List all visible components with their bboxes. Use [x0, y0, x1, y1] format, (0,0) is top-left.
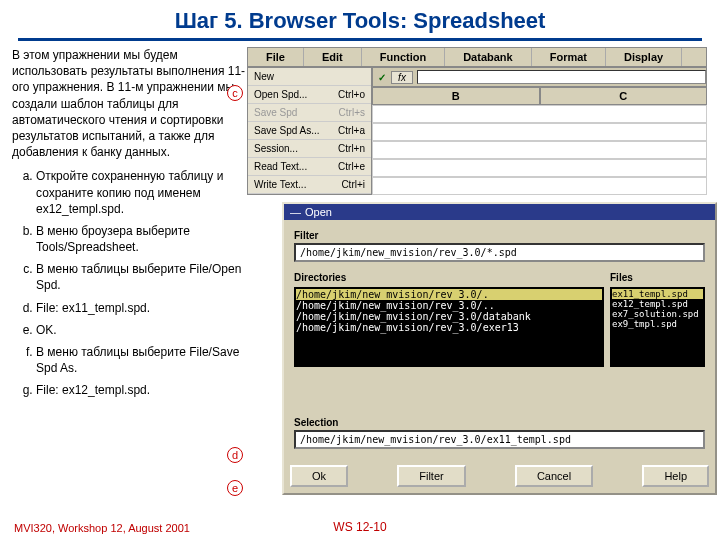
formula-input[interactable]	[417, 70, 706, 84]
dir-item[interactable]: /home/jkim/new_mvision/rev_3.0/..	[296, 300, 602, 311]
file-item[interactable]: ex11_templ.spd	[612, 289, 703, 299]
cancel-button[interactable]: Cancel	[515, 465, 593, 487]
file-item[interactable]: ex7_solution.spd	[612, 309, 703, 319]
callout-c: c	[227, 85, 243, 101]
fm-read[interactable]: Read Text...Ctrl+e	[248, 158, 371, 176]
files-label: Files	[610, 272, 705, 283]
dir-item[interactable]: /home/jkim/new_mvision/rev_3.0/.	[296, 289, 602, 300]
menubar: File Edit Function Databank Format Displ…	[247, 47, 707, 67]
step-c: В меню таблицы выберите File/Open Spd.	[36, 261, 247, 293]
menu-display[interactable]: Display	[606, 48, 682, 66]
fm-write[interactable]: Write Text...Ctrl+i	[248, 176, 371, 194]
filter-input[interactable]: /home/jkim/new_mvision/rev_3.0/*.spd	[294, 243, 705, 262]
directories-label: Directories	[294, 272, 604, 283]
fm-saveas[interactable]: Save Spd As...Ctrl+a	[248, 122, 371, 140]
grid-row[interactable]	[372, 141, 707, 159]
help-button[interactable]: Help	[642, 465, 709, 487]
selection-label: Selection	[294, 417, 705, 428]
step-b: В меню броузера выберите Tools/Spreadshe…	[36, 223, 247, 255]
fm-session[interactable]: Session...Ctrl+n	[248, 140, 371, 158]
column-headers: B C	[372, 87, 707, 105]
filter-button[interactable]: Filter	[397, 465, 465, 487]
menu-format[interactable]: Format	[532, 48, 606, 66]
files-list[interactable]: ex11_templ.spd ex12_templ.spd ex7_soluti…	[610, 287, 705, 367]
dialog-titlebar: — Open	[284, 204, 715, 220]
spreadsheet-window: File Edit Function Databank Format Displ…	[247, 47, 707, 195]
col-b[interactable]: B	[372, 87, 540, 105]
dir-item[interactable]: /home/jkim/new_mvision/rev_3.0/exer13	[296, 322, 602, 333]
fm-new[interactable]: New	[248, 68, 371, 86]
footer-center: WS 12-10	[0, 520, 720, 534]
selection-input[interactable]: /home/jkim/new_mvision/rev_3.0/ex11_temp…	[294, 430, 705, 449]
filter-label: Filter	[294, 230, 705, 241]
slide-title: Шаг 5. Browser Tools: Spreadsheet	[0, 0, 720, 38]
ok-button[interactable]: Ok	[290, 465, 348, 487]
col-c[interactable]: C	[540, 87, 708, 105]
menu-function[interactable]: Function	[362, 48, 445, 66]
formula-bar: ✓ fx	[372, 67, 707, 87]
directories-list[interactable]: /home/jkim/new_mvision/rev_3.0/. /home/j…	[294, 287, 604, 367]
fx-icon[interactable]: fx	[391, 71, 413, 84]
instruction-text: В этом упражнении мы будем использовать …	[12, 47, 247, 405]
callout-d: d	[227, 447, 243, 463]
step-d: File: ex11_templ.spd.	[36, 300, 247, 316]
open-dialog: — Open Filter /home/jkim/new_mvision/rev…	[282, 202, 717, 495]
check-icon[interactable]: ✓	[373, 72, 391, 83]
menu-file[interactable]: File	[248, 48, 304, 66]
dash-icon: —	[290, 206, 301, 218]
grid-row[interactable]	[372, 177, 707, 195]
title-rule	[18, 38, 702, 41]
menu-edit[interactable]: Edit	[304, 48, 362, 66]
file-dropdown: New Open Spd...Ctrl+o Save SpdCtrl+s Sav…	[247, 67, 372, 195]
menu-databank[interactable]: Databank	[445, 48, 532, 66]
file-item[interactable]: ex12_templ.spd	[612, 299, 703, 309]
grid-row[interactable]	[372, 159, 707, 177]
grid-row[interactable]	[372, 105, 707, 123]
intro-para: В этом упражнении мы будем использовать …	[12, 47, 247, 160]
dir-item[interactable]: /home/jkim/new_mvision/rev_3.0/databank	[296, 311, 602, 322]
grid-row[interactable]	[372, 123, 707, 141]
step-g: File: ex12_templ.spd.	[36, 382, 247, 398]
fm-save: Save SpdCtrl+s	[248, 104, 371, 122]
step-a: Откройте сохраненную таблицу и сохраните…	[36, 168, 247, 217]
file-item[interactable]: ex9_tmpl.spd	[612, 319, 703, 329]
callout-e: e	[227, 480, 243, 496]
step-f: В меню таблицы выберите File/Save Spd As…	[36, 344, 247, 376]
step-e: OK.	[36, 322, 247, 338]
fm-open[interactable]: Open Spd...Ctrl+o	[248, 86, 371, 104]
